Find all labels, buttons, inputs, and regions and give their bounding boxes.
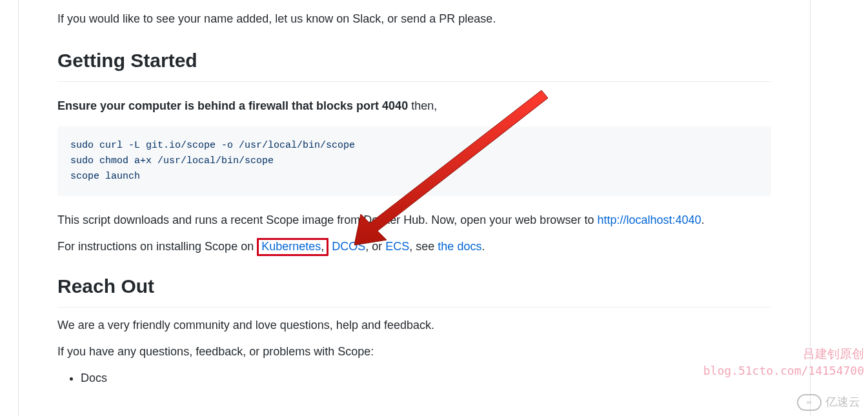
ensure-tail: then, <box>408 99 437 112</box>
docs-link[interactable]: the docs <box>438 240 481 253</box>
install-code-block: sudo curl -L git.io/scope -o /usr/local/… <box>57 126 771 196</box>
ensure-line: Ensure your computer is behind a firewal… <box>57 97 771 115</box>
reach-out-line1: We are a very friendly community and lov… <box>57 317 771 334</box>
intro-text: If you would like to see your name added… <box>57 10 771 28</box>
install-tail: . <box>481 240 485 253</box>
list-item: Docs <box>81 370 771 387</box>
script-desc-tail: . <box>701 213 705 226</box>
readme-card: If you would like to see your name added… <box>18 0 811 416</box>
reach-out-line2: If you have any questions, feedback, or … <box>57 343 771 361</box>
comma-after-k8s: , <box>321 240 324 253</box>
heading-reach-out: Reach Out <box>57 272 771 308</box>
after-ecs: , see <box>409 240 438 253</box>
after-dcos: , or <box>365 240 385 253</box>
reach-out-list: Docs <box>57 370 771 387</box>
script-description: This script downloads and runs a recent … <box>57 212 771 229</box>
localhost-link[interactable]: http://localhost:4040 <box>597 213 701 226</box>
dcos-link[interactable]: DCOS <box>332 240 365 253</box>
ecs-link[interactable]: ECS <box>385 240 409 253</box>
install-instructions-line: For instructions on installing Scope on … <box>57 238 771 256</box>
watermark-brand-text: 亿速云 <box>825 393 860 411</box>
kubernetes-highlight-box: Kubernetes, <box>257 238 328 256</box>
script-desc-text: This script downloads and runs a recent … <box>57 213 597 226</box>
ensure-bold: Ensure your computer is behind a firewal… <box>57 99 408 112</box>
install-pre: For instructions on installing Scope on <box>57 240 257 253</box>
heading-getting-started: Getting Started <box>57 46 771 82</box>
kubernetes-link[interactable]: Kubernetes <box>261 240 321 253</box>
